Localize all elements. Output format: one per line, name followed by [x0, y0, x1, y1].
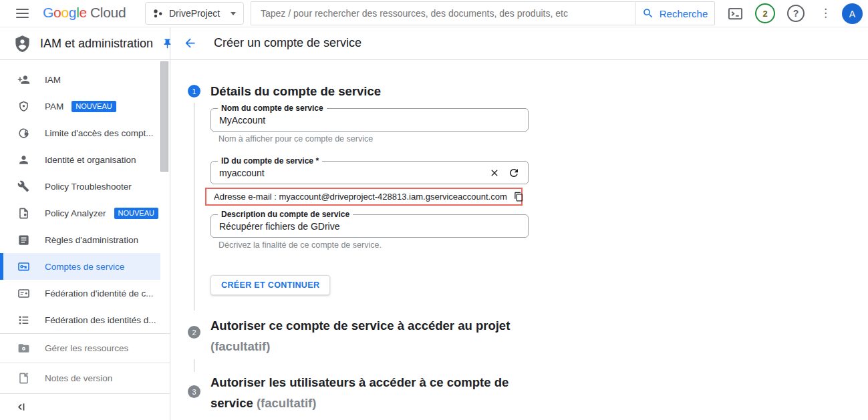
sidebar-item-manage-resources[interactable]: Gérer les ressources [0, 333, 170, 363]
avatar[interactable]: A [842, 3, 863, 24]
sidebar-item-label: Policy Troubleshooter [45, 182, 132, 192]
more-options-icon[interactable]: ⋮ [820, 5, 831, 21]
nouveau-badge: NOUVEAU [114, 208, 158, 219]
step-2-title: Autoriser ce compte de service à accéder… [210, 315, 534, 357]
shield-badge-icon [17, 99, 30, 113]
menu-icon[interactable] [16, 9, 29, 18]
iam-shield-icon [13, 35, 31, 53]
sidebar-item-policy-analyzer[interactable]: Policy Analyzer NOUVEAU [0, 200, 160, 226]
service-account-name-field: Nom du compte de service [210, 108, 529, 132]
list-icon [17, 313, 30, 327]
badge-count: 2 [762, 9, 767, 19]
sidebar-item-org-policies[interactable]: Règles d'administration [0, 226, 160, 253]
sidebar-item-workload-identity-federation[interactable]: Fédération d'identité de c... [0, 280, 160, 306]
step-number: 2 [192, 329, 196, 337]
sidebar-item-label: Fédération d'identité de c... [45, 288, 153, 298]
id-field-label: ID du compte de service * [218, 156, 322, 166]
stepper-connector [194, 103, 194, 310]
step-2-optional-text: (facultatif) [210, 339, 270, 353]
name-helper-text: Nom à afficher pour ce compte de service [219, 134, 373, 144]
sidebar-item-label: Limite d'accès des compt... [45, 128, 153, 138]
page-header: IAM et administration Créer un compte de… [0, 27, 868, 60]
search-input[interactable] [251, 8, 635, 19]
kebab-glyph: ⋮ [820, 7, 831, 19]
logo-letter: g [69, 5, 76, 20]
step-3-title-text: Autoriser les utilisateurs à accéder à c… [210, 375, 509, 410]
step-2-title-text: Autoriser ce compte de service à accéder… [210, 319, 510, 333]
id-card-icon [17, 286, 30, 300]
name-field-label: Nom du compte de service [218, 103, 327, 113]
nouveau-badge: NOUVEAU [71, 101, 116, 112]
service-account-key-icon [17, 260, 30, 273]
stepper-connector [194, 359, 194, 372]
step-number: 3 [192, 388, 196, 396]
help-icon[interactable]: ? [787, 5, 805, 22]
description-helper-text: Décrivez la finalité de ce compte de ser… [219, 240, 382, 250]
sidebar-item-policy-troubleshooter[interactable]: Policy Troubleshooter [0, 173, 160, 200]
step-3-title: Autoriser les utilisateurs à accéder à c… [210, 372, 534, 413]
sidebar-item-service-accounts[interactable]: Comptes de service [0, 253, 160, 280]
sidebar-item-label: PAM [45, 101, 63, 112]
collapse-sidebar-button[interactable] [0, 393, 170, 420]
wrench-icon [17, 180, 30, 193]
page-title: Créer un compte de service [214, 36, 361, 50]
project-selector[interactable]: DriveProject [145, 2, 244, 25]
service-account-description-field: Description du compte de service [210, 214, 529, 238]
top-app-bar: GoogleCloud DriveProject Recherche 2 ? ⋮… [0, 0, 868, 27]
service-account-email: Adresse e-mail : myaccount@driveproject-… [214, 192, 507, 202]
pin-icon[interactable] [162, 38, 173, 49]
free-trial-status-badge[interactable]: 2 [755, 3, 775, 23]
project-name: DriveProject [169, 8, 220, 19]
create-and-continue-button[interactable]: CRÉER ET CONTINUER [210, 275, 330, 295]
sidebar-item-label: Fédération des identités d... [45, 315, 156, 325]
email-highlight-box: Adresse e-mail : myaccount@driveproject-… [205, 188, 523, 206]
question-mark-glyph: ? [793, 8, 799, 19]
search-button-label: Recherche [660, 8, 708, 19]
sidebar-item-label: Policy Analyzer [45, 208, 106, 218]
step-1-circle: 1 [188, 85, 200, 97]
back-arrow-icon[interactable] [183, 36, 197, 50]
sidebar-item-iam[interactable]: IAM [0, 66, 160, 93]
main-content: 1 Détails du compte de service Nom du co… [171, 60, 868, 420]
collapse-panel-icon [15, 401, 28, 413]
section-title: IAM et administration [40, 37, 153, 51]
step-3-optional-text: (facultatif) [257, 396, 316, 410]
sidebar-item-release-notes[interactable]: Notes de version [0, 363, 170, 393]
release-notes-icon [17, 372, 30, 385]
copy-icon[interactable] [514, 192, 524, 202]
section-header: IAM et administration [0, 27, 170, 59]
project-icon [153, 9, 163, 19]
person-add-icon [17, 73, 30, 86]
logo-letter: o [53, 5, 61, 20]
step-2-circle: 2 [188, 326, 200, 339]
cloud-shell-icon[interactable] [728, 6, 743, 24]
description-field-label: Description du compte de service [218, 210, 353, 219]
service-account-id-field: ID du compte de service * [210, 161, 529, 184]
sidebar-item-identity-organization[interactable]: Identité et organisation [0, 146, 160, 173]
search-button[interactable]: Recherche [635, 1, 715, 25]
sidebar-item-label: IAM [45, 75, 61, 85]
step-number: 1 [192, 87, 196, 95]
sidebar-item-pam[interactable]: PAM NOUVEAU [0, 93, 160, 120]
search-icon [642, 7, 654, 19]
sidebar-item-access-boundary[interactable]: Limite d'accès des compt... [0, 120, 160, 146]
person-icon [17, 153, 30, 166]
logo-letter: e [80, 5, 87, 20]
clear-icon[interactable] [489, 168, 500, 178]
logo-cloud-text: Cloud [90, 5, 126, 20]
policy-analyzer-icon [17, 206, 30, 220]
step-1-title: Détails du compte de service [210, 81, 381, 101]
global-search-box [251, 1, 635, 25]
sidebar-scrollbar[interactable] [160, 61, 168, 172]
logo-letter: G [43, 5, 53, 20]
sidebar-item-label: Gérer les ressources [45, 343, 128, 353]
folder-gear-icon [17, 342, 30, 355]
access-boundary-icon [17, 126, 30, 140]
chevron-down-icon [231, 12, 236, 15]
sidebar-item-workforce-identity-federation[interactable]: Fédération des identités d... [0, 306, 160, 333]
sidebar-item-label: Règles d'administration [45, 235, 138, 245]
sidebar-item-label: Notes de version [45, 373, 112, 383]
refresh-icon[interactable] [508, 167, 520, 179]
step-3-circle: 3 [188, 385, 200, 398]
sidebar-item-label: Identité et organisation [45, 155, 136, 165]
